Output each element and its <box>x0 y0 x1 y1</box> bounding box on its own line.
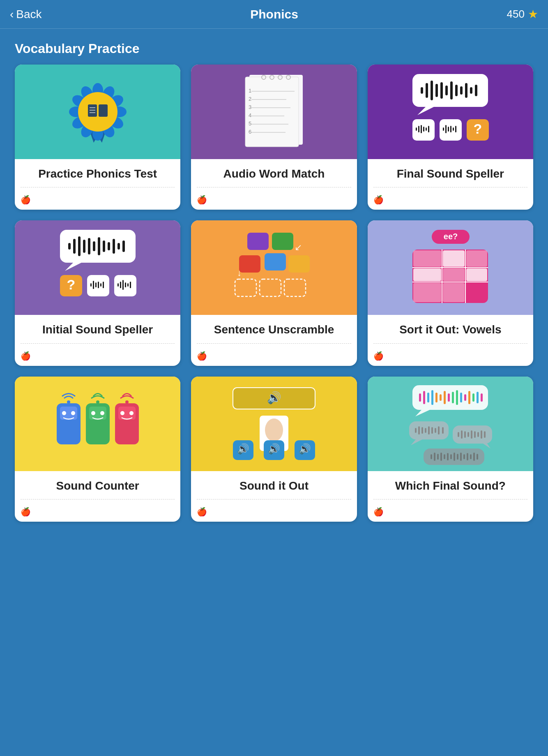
svg-rect-162 <box>460 393 462 402</box>
svg-rect-88 <box>95 282 97 287</box>
svg-rect-199 <box>457 454 458 460</box>
svg-rect-185 <box>471 430 472 439</box>
svg-point-143 <box>265 418 283 442</box>
card-image-final-sound-speller: ? <box>368 65 533 159</box>
svg-rect-120 <box>443 268 465 281</box>
svg-rect-167 <box>481 393 483 402</box>
card-footer-sound-counter: 🍎 <box>15 507 180 522</box>
svg-text:4: 4 <box>249 112 251 118</box>
svg-rect-66 <box>455 126 456 132</box>
card-footer-sort-it-out-vowels: 🍎 <box>368 351 533 366</box>
svg-rect-119 <box>413 268 441 281</box>
svg-rect-186 <box>474 431 476 438</box>
svg-rect-72 <box>73 239 76 254</box>
card-title-which-final-sound: Which Final Sound? <box>373 479 527 493</box>
card-footer-final-sound-speller: 🍎 <box>368 195 533 210</box>
svg-point-132 <box>100 411 104 415</box>
svg-rect-193 <box>437 454 439 460</box>
svg-rect-79 <box>108 242 110 250</box>
card-image-sort-it-out-vowels: ee? <box>368 220 533 315</box>
svg-marker-180 <box>483 444 490 449</box>
svg-marker-169 <box>411 439 422 445</box>
svg-rect-189 <box>484 431 486 438</box>
svg-point-137 <box>129 411 134 415</box>
card-body-audio-word-match: Audio Word Match <box>191 159 357 195</box>
apple-icon-5: 🍎 <box>197 351 206 360</box>
svg-rect-94 <box>120 282 121 288</box>
svg-rect-87 <box>93 281 94 289</box>
svg-rect-171 <box>418 426 420 435</box>
svg-point-127 <box>71 411 75 415</box>
card-sound-counter[interactable]: Sound Counter 🍎 <box>15 377 180 522</box>
card-image-sound-it-out: 🔊 🔊 🔊 🔊 <box>191 377 357 471</box>
activity-grid: Practice Phonics Test 🍎 1 2 <box>0 65 548 538</box>
svg-marker-40 <box>417 107 434 115</box>
sound-counter-illustration <box>48 379 147 469</box>
svg-rect-122 <box>443 283 465 302</box>
svg-rect-183 <box>464 431 466 438</box>
apple-icon: 🍎 <box>21 195 30 204</box>
svg-rect-116 <box>413 250 441 267</box>
svg-marker-70 <box>65 263 81 271</box>
card-title-sound-counter: Sound Counter <box>21 479 175 493</box>
svg-rect-56 <box>421 125 422 133</box>
header: ‹ Back Phonics 450 ★ <box>0 0 548 29</box>
card-final-sound-speller[interactable]: ? Final Sound Speller 🍎 <box>368 65 533 210</box>
svg-rect-47 <box>450 81 453 99</box>
card-body-sort-it-out-vowels: Sort it Out: Vowels <box>368 315 533 351</box>
svg-rect-101 <box>239 255 260 273</box>
svg-rect-178 <box>442 427 444 434</box>
back-button[interactable]: ‹ Back <box>10 8 42 21</box>
svg-rect-200 <box>460 453 462 461</box>
final-sound-speller-illustration: ? <box>401 67 500 157</box>
svg-rect-170 <box>415 428 417 433</box>
audio-word-match-illustration: 1 2 3 4 5 6 <box>225 67 323 157</box>
card-footer-initial-sound-speller: 🍎 <box>15 351 180 366</box>
card-which-final-sound[interactable]: Which Final Sound? 🍎 <box>368 377 533 522</box>
svg-rect-174 <box>428 426 430 435</box>
svg-text:🔊: 🔊 <box>267 391 281 405</box>
card-audio-word-match[interactable]: 1 2 3 4 5 6 Audio Word Match 🍎 <box>191 65 357 210</box>
svg-rect-177 <box>438 426 440 435</box>
svg-rect-98 <box>130 282 131 288</box>
svg-rect-198 <box>454 453 455 461</box>
apple-icon-2: 🍎 <box>197 195 206 204</box>
sound-it-out-illustration: 🔊 🔊 🔊 🔊 <box>225 379 323 469</box>
card-sound-it-out[interactable]: 🔊 🔊 🔊 🔊 Sound it Out 🍎 <box>191 377 357 522</box>
svg-rect-100 <box>272 233 293 250</box>
card-practice-phonics-test[interactable]: Practice Phonics Test 🍎 <box>15 65 180 210</box>
svg-point-138 <box>125 400 129 404</box>
section-title: Vocabulary Practice <box>0 29 548 65</box>
svg-rect-118 <box>466 250 487 267</box>
svg-rect-164 <box>468 391 470 404</box>
svg-point-131 <box>91 411 95 415</box>
svg-rect-188 <box>481 430 482 439</box>
back-label: Back <box>16 8 41 21</box>
card-sort-it-out-vowels[interactable]: ee? Sort it Out: Vowels <box>368 220 533 365</box>
svg-rect-181 <box>458 432 459 437</box>
svg-rect-49 <box>460 86 463 95</box>
star-icon: ★ <box>528 7 538 21</box>
card-title-audio-word-match: Audio Word Match <box>197 166 351 181</box>
card-sentence-unscramble[interactable]: ↙ ↓ Sentence Unscramble 🍎 <box>191 220 357 365</box>
svg-rect-117 <box>443 250 465 267</box>
svg-rect-82 <box>122 240 125 252</box>
svg-rect-97 <box>127 283 129 287</box>
sort-it-out-vowels-illustration: ee? <box>401 222 500 313</box>
svg-rect-55 <box>418 126 419 132</box>
apple-icon-7: 🍎 <box>21 507 30 516</box>
svg-rect-90 <box>100 283 101 287</box>
which-final-sound-illustration <box>401 379 500 469</box>
svg-text:ee?: ee? <box>444 232 458 241</box>
svg-rect-194 <box>440 453 442 461</box>
card-initial-sound-speller[interactable]: ? <box>15 220 180 365</box>
svg-rect-205 <box>477 454 478 460</box>
svg-point-133 <box>96 400 99 404</box>
svg-text:6: 6 <box>249 129 251 135</box>
card-body-which-final-sound: Which Final Sound? <box>368 471 533 507</box>
svg-rect-76 <box>93 241 95 251</box>
card-body-initial-sound-speller: Initial Sound Speller <box>15 315 180 351</box>
svg-rect-50 <box>465 83 467 98</box>
svg-rect-106 <box>284 279 306 296</box>
svg-rect-78 <box>103 240 105 252</box>
